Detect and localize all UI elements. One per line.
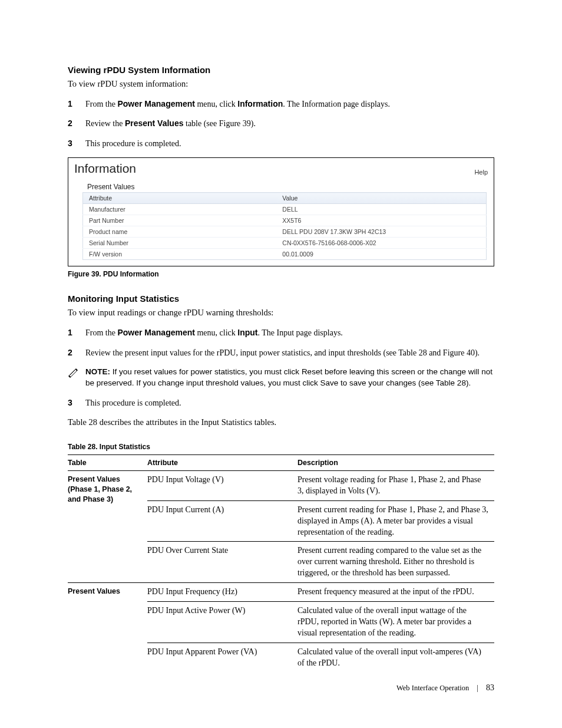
attr-cell: PDU Input Frequency (Hz): [147, 583, 297, 602]
desc-cell: Present frequency measured at the input …: [297, 583, 494, 602]
th-table: Table: [68, 455, 147, 471]
steps-2b: 3 This procedure is completed.: [68, 397, 494, 409]
table-lead: Table 28 describes the attributes in the…: [68, 417, 494, 429]
intro-2: To view input readings or change rPDU wa…: [68, 307, 494, 319]
step-num: 2: [68, 118, 85, 130]
group-label: Present Values: [68, 583, 147, 673]
attr-cell: PDU Over Current State: [147, 542, 297, 583]
step-num: 1: [68, 327, 85, 339]
table-row: Part NumberXX5T6: [83, 215, 487, 226]
desc-cell: Present voltage reading for Phase 1, Pha…: [297, 471, 494, 501]
step-num: 3: [68, 397, 85, 409]
heading-monitoring: Monitoring Input Statistics: [68, 294, 494, 304]
table-row: ManufacturerDELL: [83, 204, 487, 215]
desc-cell: Present current reading for Phase 1, Pha…: [297, 500, 494, 542]
step-body: This procedure is completed.: [85, 397, 494, 409]
step-num: 3: [68, 138, 85, 150]
note-block: NOTE: If you reset values for power stat…: [68, 367, 494, 389]
col-value: Value: [276, 193, 486, 204]
desc-cell: Calculated value of the overall input vo…: [297, 643, 494, 672]
desc-cell: Calculated value of the overall input wa…: [297, 602, 494, 643]
page-number: 83: [486, 683, 494, 692]
panel-section: Present Values: [87, 183, 487, 191]
attr-cell: PDU Input Voltage (V): [147, 471, 297, 501]
table-row: F/W version00.01.0009: [83, 249, 487, 260]
desc-cell: Present current reading compared to the …: [297, 542, 494, 583]
th-attribute: Attribute: [147, 455, 297, 471]
table-row: Serial NumberCN-0XX5T6-75166-068-0006-X0…: [83, 238, 487, 249]
group-label: Present Values (Phase 1, Phase 2, and Ph…: [68, 471, 147, 583]
note-icon: [68, 367, 85, 389]
attr-cell: PDU Input Apparent Power (VA): [147, 643, 297, 672]
table-28: Table Attribute Description Present Valu…: [68, 454, 494, 672]
steps-1: 1 From the Power Management menu, click …: [68, 98, 494, 150]
step-body: Review the present input values for the …: [85, 347, 494, 359]
page-footer: Web Interface Operation | 83: [396, 683, 494, 693]
table-row: Product nameDELL PDU 208V 17.3KW 3PH 42C…: [83, 226, 487, 238]
col-attribute: Attribute: [83, 193, 277, 204]
step-body: Review the Present Values table (see Fig…: [85, 118, 494, 130]
figure-caption: Figure 39. PDU Information: [68, 270, 494, 278]
step-num: 2: [68, 347, 85, 359]
step-body: From the Power Management menu, click In…: [85, 327, 494, 339]
step-num: 1: [68, 98, 85, 110]
intro-1: To view rPDU system information:: [68, 78, 494, 90]
present-values-table: Attribute Value ManufacturerDELL Part Nu…: [82, 192, 487, 260]
panel-title: Information: [74, 162, 136, 176]
step-body: From the Power Management menu, click In…: [85, 98, 494, 110]
attr-cell: PDU Input Active Power (W): [147, 602, 297, 643]
footer-section: Web Interface Operation: [396, 684, 469, 692]
help-link[interactable]: Help: [474, 169, 488, 176]
figure-39: Information Help Present Values Attribut…: [68, 157, 494, 266]
th-description: Description: [297, 455, 494, 471]
note-label: NOTE:: [85, 367, 113, 376]
steps-2a: 1 From the Power Management menu, click …: [68, 327, 494, 358]
step-body: This procedure is completed.: [85, 138, 494, 150]
attr-cell: PDU Input Current (A): [147, 500, 297, 542]
table-caption: Table 28. Input Statistics: [68, 443, 494, 451]
heading-viewing: Viewing rPDU System Information: [68, 65, 494, 75]
